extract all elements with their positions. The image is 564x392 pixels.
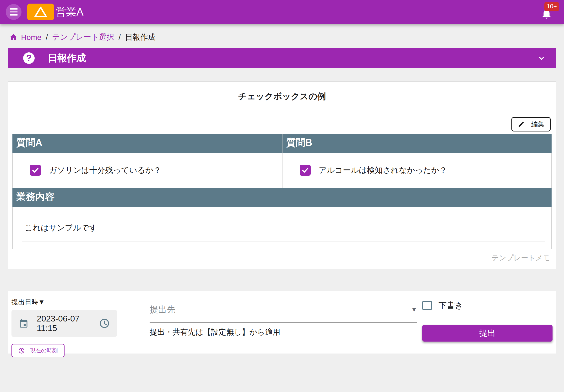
- edit-button-label: 編集: [531, 120, 544, 129]
- chevron-down-icon: [536, 53, 547, 63]
- work-content-underline: [22, 241, 545, 241]
- breadcrumb-separator: /: [119, 33, 121, 42]
- calendar-icon: [19, 318, 29, 329]
- hamburger-icon: [10, 8, 18, 10]
- destination-placeholder: 提出先: [150, 304, 175, 316]
- current-time-button[interactable]: 現在の時刻: [12, 344, 65, 357]
- work-content-input[interactable]: これはサンプルです: [13, 207, 551, 249]
- clock-small-icon: [18, 347, 25, 354]
- work-content-header: 業務内容: [13, 188, 551, 207]
- question-b-checkbox[interactable]: [300, 165, 311, 176]
- checkmark-icon: [301, 166, 309, 174]
- submit-actions-group: 下書き 提出: [422, 297, 552, 353]
- datetime-picker[interactable]: 2023-06-07 11:15: [12, 310, 117, 337]
- breadcrumb-template-link[interactable]: テンプレート選択: [52, 32, 114, 42]
- breadcrumb-current: 日報作成: [125, 32, 156, 42]
- submit-datetime-group: 提出日時▼ 2023-06-07 11:15 現在の時刻: [12, 297, 118, 353]
- question-a-cell: ガソリンは十分残っているか？: [13, 153, 282, 188]
- breadcrumb-home-link[interactable]: Home: [9, 33, 41, 42]
- notification-button[interactable]: 10+: [537, 2, 558, 22]
- app-logo[interactable]: [27, 4, 54, 20]
- breadcrumb-separator: /: [46, 33, 48, 42]
- section-title: 日報作成: [48, 51, 86, 65]
- datetime-label: 提出日時▼: [12, 298, 118, 307]
- question-b-cell: アルコールは検知されなかったか？: [282, 153, 551, 188]
- template-memo: テンプレートメモ: [13, 253, 550, 263]
- question-mark-icon: ?: [26, 53, 31, 63]
- question-table: 質問A 質問B ガソリンは十分残っているか？ アルコールは検知されなかったか？: [13, 134, 551, 249]
- draft-checkbox[interactable]: [422, 301, 432, 310]
- question-a-header: 質問A: [13, 134, 282, 153]
- edit-button[interactable]: 編集: [511, 117, 550, 131]
- dropdown-arrow-icon: ▼: [411, 306, 417, 313]
- destination-underline: [150, 322, 417, 323]
- draft-label: 下書き: [439, 300, 463, 311]
- app-bar: 営業A 10+: [0, 0, 564, 24]
- report-title: チェックボックスの例: [13, 91, 551, 102]
- submit-panel: 提出日時▼ 2023-06-07 11:15 現在の時刻 提出先 ▼: [8, 291, 556, 353]
- question-a-label: ガソリンは十分残っているか？: [49, 165, 161, 176]
- checkmark-icon: [31, 166, 40, 174]
- question-b-label: アルコールは検知されなかったか？: [319, 165, 447, 176]
- breadcrumb-home-label: Home: [21, 33, 41, 42]
- question-a-checkbox[interactable]: [30, 165, 41, 176]
- home-icon: [9, 33, 18, 42]
- clock-icon: [99, 318, 110, 329]
- section-header: ? 日報作成: [8, 48, 556, 68]
- notification-badge: 10+: [544, 2, 559, 11]
- collapse-button[interactable]: [536, 53, 547, 63]
- destination-note: 提出・共有先は【設定無し】から適用: [150, 327, 417, 337]
- current-time-label: 現在の時刻: [30, 347, 58, 354]
- help-button[interactable]: ?: [23, 52, 35, 64]
- triangle-logo-icon: [34, 6, 47, 17]
- breadcrumb: Home / テンプレート選択 / 日報作成: [0, 24, 564, 48]
- report-card: チェックボックスの例 編集 質問A 質問B ガソリンは十分残っているか？: [8, 81, 556, 269]
- destination-select[interactable]: 提出先 ▼: [150, 297, 417, 316]
- question-b-header: 質問B: [282, 134, 552, 153]
- app-title: 営業A: [55, 5, 83, 19]
- submit-button[interactable]: 提出: [422, 325, 552, 342]
- destination-group: 提出先 ▼ 提出・共有先は【設定無し】から適用: [150, 297, 417, 353]
- menu-button[interactable]: [6, 4, 22, 20]
- datetime-value: 2023-06-07 11:15: [37, 314, 99, 333]
- pencil-icon: [518, 121, 524, 128]
- work-content-text: これはサンプルです: [25, 223, 97, 232]
